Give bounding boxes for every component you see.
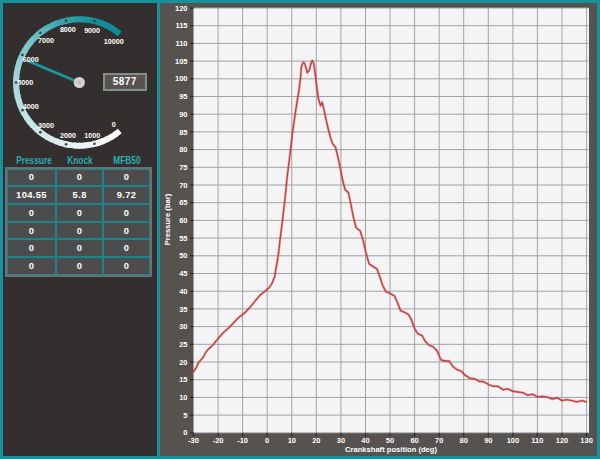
- svg-text:7000: 7000: [38, 36, 54, 45]
- svg-text:Pressure (bar): Pressure (bar): [163, 193, 172, 245]
- svg-text:1000: 1000: [84, 131, 100, 140]
- svg-text:0: 0: [112, 120, 116, 129]
- svg-text:130: 130: [580, 436, 593, 445]
- svg-text:10: 10: [179, 393, 187, 402]
- svg-text:5: 5: [183, 411, 187, 420]
- svg-text:Crankshaft position (deg): Crankshaft position (deg): [345, 445, 437, 454]
- svg-text:0: 0: [183, 428, 187, 437]
- svg-text:60: 60: [179, 216, 187, 225]
- svg-text:30: 30: [179, 322, 187, 331]
- svg-text:120: 120: [175, 4, 188, 13]
- svg-text:95: 95: [179, 92, 187, 101]
- svg-text:15: 15: [179, 375, 187, 384]
- svg-text:100: 100: [175, 74, 188, 83]
- svg-text:40: 40: [361, 436, 369, 445]
- svg-text:30: 30: [337, 436, 345, 445]
- svg-text:90: 90: [179, 110, 187, 119]
- svg-text:25: 25: [179, 340, 187, 349]
- svg-text:105: 105: [175, 57, 188, 66]
- svg-text:6000: 6000: [23, 55, 39, 64]
- svg-text:-10: -10: [237, 436, 248, 445]
- svg-text:5000: 5000: [17, 78, 33, 87]
- svg-text:110: 110: [531, 436, 543, 445]
- svg-text:70: 70: [435, 436, 443, 445]
- svg-text:10: 10: [288, 436, 296, 445]
- svg-text:75: 75: [179, 163, 187, 172]
- svg-text:40: 40: [179, 287, 187, 296]
- svg-text:80: 80: [460, 436, 468, 445]
- svg-text:4000: 4000: [23, 102, 39, 111]
- svg-text:20: 20: [179, 358, 187, 367]
- svg-text:-30: -30: [188, 436, 199, 445]
- svg-text:60: 60: [410, 436, 418, 445]
- svg-text:8000: 8000: [60, 25, 76, 34]
- svg-text:55: 55: [179, 234, 187, 243]
- svg-text:90: 90: [484, 436, 492, 445]
- svg-text:3000: 3000: [38, 121, 54, 130]
- svg-text:50: 50: [179, 251, 187, 260]
- svg-text:20: 20: [312, 436, 320, 445]
- svg-text:50: 50: [386, 436, 394, 445]
- svg-text:85: 85: [179, 128, 187, 137]
- svg-text:80: 80: [179, 145, 187, 154]
- svg-text:-20: -20: [213, 436, 224, 445]
- svg-text:70: 70: [179, 181, 187, 190]
- svg-text:100: 100: [507, 436, 520, 445]
- svg-text:0: 0: [265, 436, 269, 445]
- svg-text:9000: 9000: [84, 26, 100, 35]
- svg-text:35: 35: [179, 305, 187, 314]
- svg-text:10000: 10000: [104, 37, 124, 46]
- svg-text:110: 110: [175, 39, 187, 48]
- svg-text:65: 65: [179, 198, 187, 207]
- svg-text:2000: 2000: [60, 131, 76, 140]
- svg-text:45: 45: [179, 269, 187, 278]
- svg-text:120: 120: [556, 436, 569, 445]
- svg-text:115: 115: [175, 21, 187, 30]
